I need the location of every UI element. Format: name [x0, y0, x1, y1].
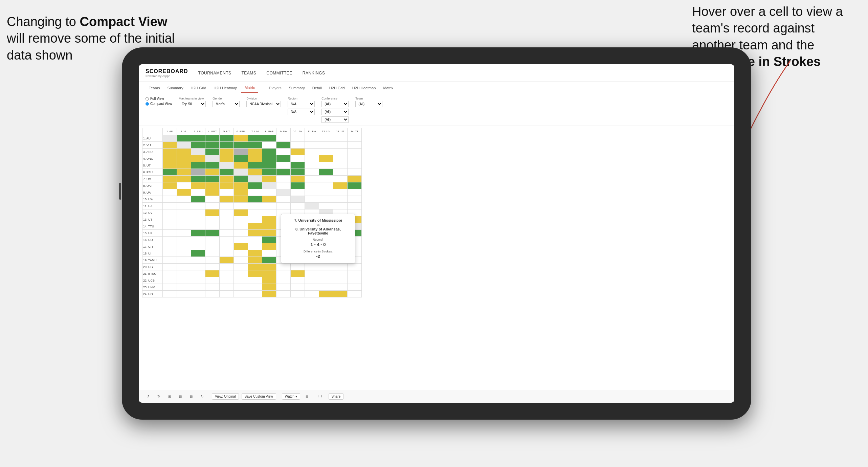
matrix-cell[interactable]: [348, 149, 362, 155]
gender-select[interactable]: Men's: [213, 101, 240, 107]
matrix-cell[interactable]: [262, 176, 276, 182]
matrix-cell[interactable]: [333, 149, 348, 155]
matrix-cell[interactable]: [163, 176, 177, 182]
matrix-cell[interactable]: [205, 149, 220, 155]
matrix-cell[interactable]: [205, 243, 220, 250]
full-view-radio[interactable]: [146, 97, 149, 101]
region-select-2[interactable]: N/A: [288, 109, 315, 115]
matrix-cell[interactable]: [220, 155, 234, 162]
matrix-cell[interactable]: [248, 182, 262, 189]
matrix-cell[interactable]: [163, 142, 177, 149]
toolbar-btn-5[interactable]: ⊟: [187, 394, 195, 399]
matrix-cell[interactable]: [333, 203, 348, 209]
matrix-cell[interactable]: [163, 237, 177, 243]
matrix-cell[interactable]: [248, 155, 262, 162]
matrix-cell[interactable]: [220, 223, 234, 230]
matrix-cell[interactable]: [305, 155, 319, 162]
matrix-cell[interactable]: [205, 196, 220, 203]
matrix-cell[interactable]: [220, 203, 234, 209]
matrix-cell[interactable]: [220, 169, 234, 176]
matrix-cell[interactable]: [163, 291, 177, 297]
matrix-cell[interactable]: [319, 277, 333, 284]
matrix-cell[interactable]: [220, 189, 234, 196]
tab-players-matrix[interactable]: Matrix: [380, 83, 397, 93]
matrix-cell[interactable]: [177, 162, 191, 169]
matrix-cell[interactable]: [205, 142, 220, 149]
matrix-cell[interactable]: [234, 230, 248, 237]
matrix-cell[interactable]: [262, 209, 276, 216]
matrix-cell[interactable]: [291, 277, 305, 284]
tab-players-summary[interactable]: Summary: [286, 83, 308, 93]
matrix-cell[interactable]: [291, 155, 305, 162]
matrix-cell[interactable]: [248, 169, 262, 176]
matrix-cell[interactable]: [205, 230, 220, 237]
matrix-cell[interactable]: [177, 237, 191, 243]
matrix-cell[interactable]: [234, 209, 248, 216]
matrix-cell[interactable]: [234, 169, 248, 176]
matrix-cell[interactable]: [291, 149, 305, 155]
matrix-cell[interactable]: [248, 237, 262, 243]
tab-h2h-heatmap[interactable]: H2H Heatmap: [210, 83, 241, 93]
matrix-cell[interactable]: [262, 155, 276, 162]
matrix-cell[interactable]: [220, 277, 234, 284]
matrix-cell[interactable]: [262, 237, 276, 243]
matrix-cell[interactable]: [177, 196, 191, 203]
matrix-cell[interactable]: [262, 162, 276, 169]
matrix-cell[interactable]: [205, 223, 220, 230]
compact-view-radio[interactable]: [146, 102, 149, 106]
matrix-cell[interactable]: [191, 257, 205, 264]
matrix-cell[interactable]: [248, 189, 262, 196]
nav-rankings[interactable]: RANKINGS: [303, 69, 325, 77]
matrix-cell[interactable]: [191, 243, 205, 250]
matrix-cell[interactable]: [262, 142, 276, 149]
matrix-cell[interactable]: [262, 230, 276, 237]
matrix-cell[interactable]: [276, 135, 291, 142]
matrix-cell[interactable]: [276, 155, 291, 162]
tab-matrix[interactable]: Matrix: [241, 83, 258, 93]
matrix-cell[interactable]: [333, 176, 348, 182]
matrix-cell[interactable]: [248, 142, 262, 149]
matrix-cell[interactable]: [177, 203, 191, 209]
matrix-cell[interactable]: [248, 291, 262, 297]
matrix-cell[interactable]: [333, 135, 348, 142]
matrix-cell[interactable]: [220, 230, 234, 237]
max-teams-select[interactable]: Top 50: [179, 101, 206, 107]
matrix-cell[interactable]: [163, 216, 177, 223]
matrix-cell[interactable]: [276, 176, 291, 182]
matrix-cell[interactable]: [333, 284, 348, 291]
matrix-cell[interactable]: [220, 291, 234, 297]
matrix-cell[interactable]: [319, 135, 333, 142]
matrix-cell[interactable]: [319, 189, 333, 196]
matrix-cell[interactable]: [248, 196, 262, 203]
matrix-cell[interactable]: [234, 135, 248, 142]
matrix-cell[interactable]: [248, 176, 262, 182]
conference-select-2[interactable]: (All): [321, 109, 349, 115]
view-original-button[interactable]: View: Original: [212, 393, 239, 400]
matrix-cell[interactable]: [163, 277, 177, 284]
matrix-cell[interactable]: [305, 277, 319, 284]
watch-button[interactable]: Watch ▾: [282, 393, 300, 400]
matrix-cell[interactable]: [319, 149, 333, 155]
matrix-cell[interactable]: [234, 142, 248, 149]
matrix-cell[interactable]: [248, 135, 262, 142]
matrix-cell[interactable]: [177, 250, 191, 257]
matrix-cell[interactable]: [191, 284, 205, 291]
matrix-cell[interactable]: [234, 162, 248, 169]
matrix-cell[interactable]: [163, 155, 177, 162]
matrix-cell[interactable]: [333, 169, 348, 176]
matrix-cell[interactable]: [262, 243, 276, 250]
matrix-cell[interactable]: [333, 291, 348, 297]
matrix-cell[interactable]: [163, 196, 177, 203]
matrix-cell[interactable]: [262, 169, 276, 176]
matrix-cell[interactable]: [205, 237, 220, 243]
matrix-cell[interactable]: [220, 216, 234, 223]
matrix-cell[interactable]: [305, 176, 319, 182]
matrix-cell[interactable]: [348, 264, 362, 270]
save-custom-view-button[interactable]: Save Custom View: [242, 393, 276, 400]
matrix-cell[interactable]: [205, 264, 220, 270]
matrix-cell[interactable]: [248, 209, 262, 216]
matrix-cell[interactable]: [291, 203, 305, 209]
nav-teams[interactable]: TEAMS: [242, 69, 257, 77]
matrix-cell[interactable]: [348, 196, 362, 203]
matrix-cell[interactable]: [191, 142, 205, 149]
